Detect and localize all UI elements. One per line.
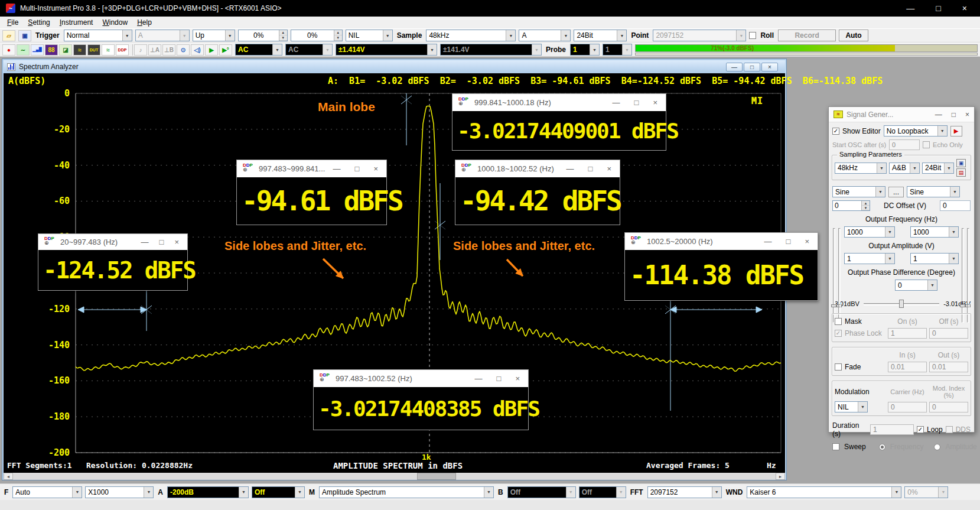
frequency-a-select[interactable]: 1000 [844,226,895,238]
start-generator-icon[interactable]: ▶ [950,126,962,137]
menu-instrument[interactable]: Instrument [55,17,98,28]
close-button[interactable]: × [965,111,969,119]
ddp-titlebar[interactable]: DDP⊕ 1002.5~20000 (Hz) —□× [625,233,818,250]
dc-offset-b-input[interactable]: 0 [940,200,971,211]
ddp-window-full-peak-band[interactable]: DDP⊕ 997.483~1002.52 (Hz) —□× -3.0217440… [313,369,529,430]
mic-icon[interactable]: ♪ [134,44,147,56]
maximize-button[interactable]: □ [497,374,502,383]
bit-depth-select[interactable]: 24Bit [574,30,627,41]
scroll-left-icon[interactable]: ◄ [4,473,13,480]
label-a-icon[interactable]: ⊥A [148,44,161,56]
trigger-source-select[interactable]: A [135,30,190,41]
close-button[interactable]: × [607,164,611,173]
dut-icon[interactable]: DUT [87,44,100,56]
menu-file[interactable]: File [2,17,23,28]
y-range-a-select[interactable]: -200dB [167,486,249,498]
close-button[interactable]: × [761,63,778,72]
generator-channels-select[interactable]: A&B [889,163,920,174]
balance-slider[interactable] [862,299,940,308]
roll-checkbox[interactable] [749,32,756,39]
chart-horizontal-scrollbar[interactable]: ◄ ► [4,473,785,480]
phase-lock-checkbox[interactable] [835,330,842,337]
oscilloscope-icon[interactable]: ∼ [17,44,30,56]
sweep-amplitude-radio[interactable] [934,444,940,450]
close-button[interactable]: × [805,237,809,246]
probe-b-select[interactable]: 1 [603,44,632,56]
maximize-button[interactable]: □ [634,98,639,107]
generator-bits-select[interactable]: 24Bit [922,163,954,174]
range-a-select[interactable]: ±1.414V [336,44,437,56]
wave-library-button[interactable]: ... [888,187,904,197]
ddp-window-right-sidelobe[interactable]: DDP⊕ 1000.18~1002.52 (Hz) —□× -94.42 dBF… [455,160,620,225]
fft-size-select[interactable]: 2097152 [647,486,722,498]
ddp-titlebar[interactable]: DDP⊕ 20~997.483 (Hz) —□× [38,234,187,250]
slider-thumb[interactable] [899,300,904,308]
maximize-button[interactable]: □ [952,111,956,119]
maximize-button[interactable]: □ [786,237,791,246]
menu-help[interactable]: Help [132,17,157,28]
point-count-select[interactable]: 2097152 [653,30,746,41]
phase-difference-select[interactable]: 0 [895,280,937,291]
scrollbar-track[interactable] [13,473,776,480]
duration-input[interactable]: 1 [870,424,914,435]
spin-up-icon[interactable] [279,30,287,35]
maximize-button[interactable]: □ [159,238,164,246]
minimize-button[interactable]: — [566,164,574,173]
mask-checkbox[interactable] [835,318,842,325]
modulation-type-select[interactable]: NIL [835,401,868,412]
ddp-icon[interactable]: DDP [116,44,129,56]
device-test-plan-icon[interactable]: ◪ [59,44,72,56]
save-icon[interactable]: ▣ [956,159,966,167]
amplitude-slider-a[interactable] [831,228,843,323]
fade-checkbox[interactable] [835,363,842,371]
close-button[interactable]: × [174,238,179,246]
ddp-window-low-band[interactable]: DDP⊕ 20~997.483 (Hz) —□× -124.52 dBFS [38,233,188,291]
signal-generator-titlebar[interactable]: ≈ Signal Gener... — □ × [829,107,974,122]
waveform-b-select[interactable]: Sine [907,186,960,197]
ddp-window-main-lobe-peak[interactable]: DDP⊕ 999.841~1000.18 (Hz) —□× -3.0217440… [452,93,666,151]
close-button[interactable]: × [515,374,520,383]
coupling-a-select[interactable]: AC [235,44,282,56]
amplitude-slider-b[interactable] [960,228,972,323]
device-icon[interactable]: ▤ [956,168,966,177]
sample-channel-select[interactable]: A [519,30,571,41]
auto-button[interactable]: Auto [839,30,868,41]
spectrum-analyzer-titlebar[interactable]: Spectrum Analyzer — □ × [4,60,785,73]
loop-checkbox[interactable] [917,426,924,433]
spin-down-icon[interactable] [334,35,342,41]
waveform-a-select[interactable]: Sine [832,186,885,197]
spectrum-3d-icon[interactable]: ≈ [73,44,86,56]
dds-checkbox[interactable] [946,426,953,433]
fade-out-input[interactable]: 0.01 [929,362,968,372]
carrier-input[interactable]: 0 [888,402,927,412]
minimize-button[interactable]: — [726,63,743,72]
minimize-button[interactable]: — [935,111,942,119]
y-shift-b-select[interactable]: Off [579,486,626,498]
record-icon[interactable]: ● [2,44,15,56]
maximize-button[interactable]: □ [355,164,360,173]
trigger-level-spinner[interactable]: 0% [238,30,288,41]
mask-off-input[interactable]: 0 [929,328,968,339]
trigger-coupling-select[interactable]: NIL [346,30,393,41]
generator-sample-rate-select[interactable]: 48kHz [835,163,887,174]
start-osc-input[interactable]: 0 [889,139,920,150]
mask-on-input[interactable]: 1 [888,328,927,339]
minimize-button[interactable]: — [764,237,772,246]
restore-button[interactable]: □ [744,63,760,72]
loopback-select[interactable]: No Loopback [884,125,948,137]
minimize-button[interactable]: — [475,374,483,383]
speaker-icon[interactable]: ◁) [191,44,204,56]
save-icon[interactable]: ▣ [18,30,31,41]
sweep-checkbox[interactable] [832,443,839,450]
record-button[interactable]: Record [778,30,836,41]
scrollbar-thumb[interactable] [417,473,456,480]
ddp-window-left-sidelobe[interactable]: DDP⊕ 997.483~999.841... —□× -94.61 dBFS [236,160,387,225]
multimeter-icon[interactable]: 88 [45,44,58,56]
menu-window[interactable]: Window [97,17,132,28]
sample-rate-select[interactable]: 48kHz [426,30,516,41]
ddp-titlebar[interactable]: DDP⊕ 997.483~1002.52 (Hz) —□× [314,370,528,387]
trigger-mode-select[interactable]: Normal [64,30,132,41]
trigger-delay-spinner[interactable]: 0% [291,30,343,41]
range-b-select[interactable]: ±141.4V [440,44,542,56]
run-icon[interactable]: ▶ [205,44,218,56]
